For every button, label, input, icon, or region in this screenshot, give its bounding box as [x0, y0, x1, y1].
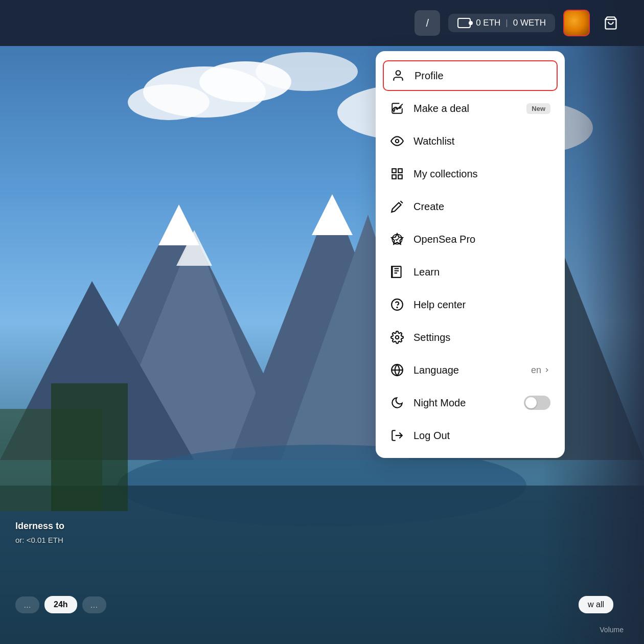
weth-amount: 0 WETH — [513, 18, 546, 28]
learn-label: Learn — [413, 266, 550, 278]
opensea-pro-item[interactable]: OpenSea Pro — [376, 223, 565, 256]
language-item[interactable]: Language en — [376, 354, 565, 386]
eye-icon — [390, 134, 404, 148]
pencil-icon — [390, 199, 404, 214]
log-out-item[interactable]: Log Out — [376, 419, 565, 452]
settings-label: Settings — [413, 332, 550, 343]
settings-item[interactable]: Settings — [376, 321, 565, 354]
slash-button[interactable]: / — [415, 10, 440, 36]
moon-icon — [390, 396, 404, 410]
avatar-button[interactable] — [563, 10, 590, 36]
svg-rect-26 — [398, 169, 402, 173]
svg-point-24 — [396, 140, 399, 143]
view-all-button[interactable]: w all — [579, 596, 613, 613]
profile-label: Profile — [415, 70, 549, 82]
svg-rect-21 — [51, 383, 128, 511]
watchlist-label: Watchlist — [413, 135, 550, 147]
night-mode-label: Night Mode — [413, 397, 515, 409]
make-a-deal-item[interactable]: Make a deal New — [376, 92, 565, 125]
dropdown-menu: Profile Make a deal New Watchlist — [376, 51, 565, 458]
time-filter-prev[interactable]: … — [15, 596, 39, 613]
help-center-label: Help center — [413, 299, 550, 311]
navbar: / 0 ETH | 0 WETH — [0, 0, 644, 46]
language-label: Language — [413, 364, 522, 376]
svg-line-29 — [401, 201, 403, 203]
grid-icon — [390, 167, 404, 181]
svg-marker-14 — [312, 194, 353, 235]
svg-rect-28 — [398, 175, 402, 179]
profile-icon — [391, 68, 405, 83]
svg-point-23 — [396, 71, 401, 75]
watchlist-item[interactable]: Watchlist — [376, 125, 565, 157]
language-value: en — [531, 365, 550, 376]
logout-icon — [390, 428, 404, 443]
log-out-label: Log Out — [413, 430, 550, 442]
learn-item[interactable]: Learn — [376, 256, 565, 288]
svg-point-6 — [256, 52, 358, 91]
help-center-item[interactable]: Help center — [376, 288, 565, 321]
card-title: lderness to — [15, 521, 64, 532]
wallet-info[interactable]: 0 ETH | 0 WETH — [448, 14, 555, 32]
my-collections-item[interactable]: My collections — [376, 157, 565, 190]
new-badge: New — [526, 103, 550, 114]
make-a-deal-label: Make a deal — [413, 103, 517, 114]
divider: | — [505, 18, 508, 28]
profile-item[interactable]: Profile — [383, 60, 558, 91]
create-item[interactable]: Create — [376, 190, 565, 223]
time-filter-next[interactable]: … — [82, 596, 106, 613]
wallet-icon — [457, 18, 471, 28]
my-collections-label: My collections — [413, 168, 550, 180]
help-icon — [390, 297, 404, 312]
night-mode-item[interactable]: Night Mode — [376, 386, 565, 419]
eth-amount: 0 ETH — [476, 18, 500, 28]
cart-button[interactable] — [598, 10, 624, 36]
svg-point-2 — [128, 84, 210, 120]
gear-icon — [390, 330, 404, 344]
svg-rect-25 — [392, 169, 396, 173]
opensea-pro-icon — [390, 232, 404, 246]
svg-rect-36 — [392, 266, 392, 278]
book-icon — [390, 265, 404, 279]
night-mode-toggle[interactable] — [524, 396, 550, 410]
svg-point-39 — [396, 336, 399, 339]
time-filter-24h[interactable]: 24h — [44, 596, 77, 613]
opensea-pro-label: OpenSea Pro — [413, 234, 550, 245]
handshake-icon — [390, 101, 404, 116]
card-subtitle: or: <0.01 ETH — [15, 536, 63, 544]
volume-label: Volume — [600, 626, 624, 634]
svg-rect-27 — [392, 175, 396, 179]
view-all-label: w all — [588, 600, 604, 609]
globe-icon — [390, 363, 404, 377]
create-label: Create — [413, 201, 550, 213]
